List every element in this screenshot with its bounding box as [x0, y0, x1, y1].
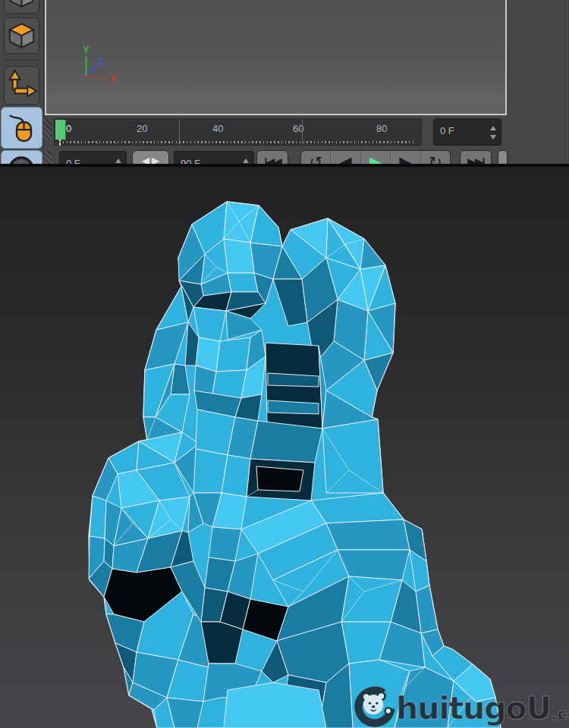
axis-x-label: X [110, 73, 117, 84]
frame-spinner-icon[interactable] [490, 126, 497, 140]
thinker-wireframe-model [0, 167, 569, 728]
mesh-face [193, 307, 226, 341]
transport-button-group: ↺◀▶▶↻ [300, 150, 451, 164]
mesh-face [212, 370, 247, 398]
timeline-grip[interactable] [43, 119, 52, 140]
loop-icon[interactable]: ↺ [301, 151, 331, 164]
left-toolbar: S [0, 0, 44, 164]
start-spinner-icon[interactable] [115, 158, 122, 164]
watermark: huitugoU .com [354, 686, 569, 728]
scene-viewport[interactable]: Y Z X [45, 0, 507, 115]
mesh-face [216, 337, 250, 372]
model-tool-button[interactable] [4, 0, 39, 14]
mesh-face [256, 466, 303, 491]
timeline-tick-label: 40 [212, 123, 223, 134]
snap-button[interactable]: S [1, 150, 42, 164]
goto-end-button[interactable]: ▶▶| [460, 150, 492, 164]
transport-grip[interactable] [43, 151, 52, 164]
enable-axis-button[interactable] [4, 66, 39, 105]
mesh-face [224, 239, 254, 273]
render-viewport[interactable]: huitugoU .com [0, 167, 569, 728]
current-frame-field[interactable]: 0 F [433, 118, 501, 146]
mesh-face [228, 273, 258, 292]
end-spinner-icon[interactable] [243, 158, 250, 164]
range-arrows-button[interactable]: ◀ ▶ [132, 150, 169, 164]
start-frame-value: 0 F [66, 158, 80, 164]
timeline-tick-label: 20 [137, 123, 147, 134]
start-frame-field[interactable]: 0 F [59, 151, 127, 164]
viewport-mouse-button[interactable] [1, 107, 42, 149]
timeline-playhead[interactable] [55, 120, 66, 140]
end-frame-value: 90 F [181, 158, 200, 164]
timeline-ruler[interactable]: 020406080 [54, 118, 422, 146]
timeline-tick-label: 80 [376, 123, 387, 134]
top-ui-panel: S Y Z X 0 [0, 0, 569, 164]
mesh-face [322, 419, 383, 493]
mesh-face [209, 527, 241, 561]
mesh-face [224, 682, 326, 728]
watermark-brand: huitugoU [396, 690, 551, 726]
panel-divider-line [564, 0, 565, 164]
mesh-face [90, 496, 106, 538]
mesh-face [360, 239, 385, 269]
make-editable-button[interactable] [4, 17, 39, 54]
timeline-tick-dots [59, 141, 416, 143]
mesh-face [326, 519, 410, 550]
prev-key-icon[interactable]: ◀ [331, 151, 360, 164]
bear-logo-icon [354, 686, 396, 728]
axis-gizmo: Y Z X [74, 36, 127, 88]
next-key-icon[interactable]: ▶ [391, 151, 420, 164]
mesh-face [250, 421, 322, 463]
redo-icon[interactable]: ↻ [421, 151, 450, 164]
axis-y-label: Y [83, 44, 90, 55]
cinema4d-app: S Y Z X 0 [0, 0, 569, 728]
current-frame-value: 0 F [440, 125, 454, 136]
toolbar-divider [3, 59, 40, 61]
mesh-face [338, 550, 410, 580]
timeline-tick-label: 0 [66, 123, 71, 134]
end-frame-field[interactable]: 90 F [174, 151, 254, 164]
play-icon[interactable]: ▶ [361, 151, 391, 164]
panel-handle[interactable] [498, 150, 508, 164]
axis-z-label: Z [98, 56, 104, 67]
watermark-suffix: .com [551, 704, 569, 723]
mesh-face [201, 622, 243, 664]
goto-start-button[interactable]: |◀◀ [256, 150, 288, 164]
